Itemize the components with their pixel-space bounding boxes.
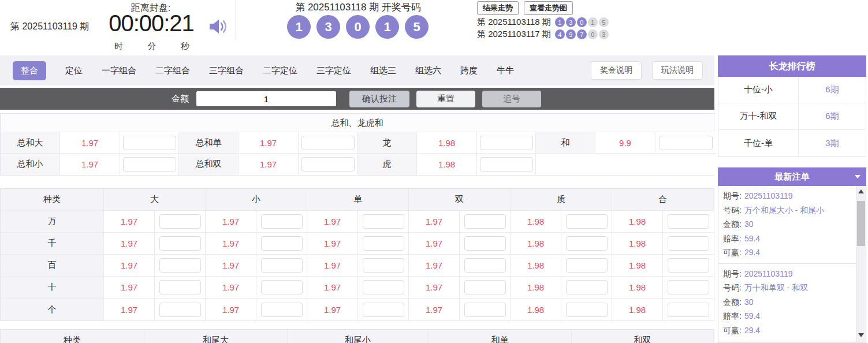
tab-dingwei[interactable]: 定位 (65, 65, 83, 76)
tab-zonghe[interactable]: 整合 (13, 61, 46, 80)
bet-input[interactable] (566, 236, 608, 251)
row-label: 十 (1, 277, 104, 299)
play-rules-button[interactable]: 玩法说明 (652, 61, 703, 80)
tab-sanzi-dingwei[interactable]: 三字定位 (316, 65, 351, 76)
bet-input[interactable] (261, 258, 303, 273)
bet-input-cell (561, 277, 612, 299)
bet-input[interactable] (566, 280, 608, 294)
bet-input[interactable] (668, 303, 709, 317)
odds-value: 1.98 (612, 233, 663, 255)
odds-value: 1.98 (612, 299, 663, 320)
bet-input[interactable] (159, 303, 201, 317)
tab-kuadu[interactable]: 跨度 (460, 65, 478, 76)
bet-input-cell (358, 211, 409, 233)
bet-input[interactable] (566, 303, 608, 317)
bet-input[interactable] (480, 157, 533, 172)
bet-input-cell (256, 233, 307, 255)
bet-input[interactable] (159, 258, 201, 273)
reset-button[interactable]: 重置 (416, 91, 475, 107)
scroll-up-icon[interactable] (858, 189, 864, 193)
bet-input[interactable] (123, 136, 176, 150)
order-odds-value: 59.4 (744, 234, 760, 243)
tab-erzi-dingwei[interactable]: 二字定位 (263, 65, 297, 76)
orders-scrollbar[interactable] (856, 186, 866, 342)
bet-input[interactable] (159, 236, 201, 251)
speaker-icon[interactable] (208, 17, 228, 36)
confirm-bet-button[interactable]: 确认投注 (349, 91, 409, 107)
chase-number-button[interactable]: 追号 (482, 91, 541, 107)
tab-yizi-zuhe[interactable]: 一字组合 (102, 65, 136, 76)
countdown-units: 时 分 秒 (98, 41, 203, 52)
odds-value: 1.97 (206, 211, 256, 233)
tab-zuxuan-3[interactable]: 组选三 (370, 65, 396, 76)
bet-input[interactable] (363, 280, 404, 294)
history-ball: 0 (588, 29, 598, 39)
bonus-info-button[interactable]: 奖金说明 (591, 61, 642, 80)
bet-input[interactable] (566, 214, 608, 229)
tab-zuxuan-6[interactable]: 组选六 (415, 65, 441, 76)
bet-input[interactable] (566, 258, 608, 273)
bet-toolbar: 金额 确认投注 重置 追号 (0, 88, 714, 110)
bet-input[interactable] (301, 157, 355, 172)
streak-label: 十位-小 (718, 77, 799, 103)
scroll-thumb[interactable] (857, 201, 865, 246)
bet-input[interactable] (464, 280, 506, 294)
bet-label: 和 (536, 132, 595, 154)
order-odds-label: 赔率: (723, 311, 742, 320)
bet-input[interactable] (668, 258, 709, 273)
bet-input[interactable] (363, 214, 404, 229)
bet-input-cell (299, 154, 357, 175)
row-label: 万 (1, 211, 104, 233)
amount-input[interactable] (196, 91, 336, 106)
odds-value: 1.97 (409, 233, 460, 255)
trend-results-button[interactable]: 结果走势 (477, 1, 519, 15)
bet-input[interactable] (261, 214, 303, 229)
play-mode-tabs: 整合 定位 一字组合 二字组合 三字组合 二字定位 三字定位 组选三 组选六 跨… (0, 55, 714, 85)
bet-input[interactable] (464, 303, 506, 317)
bet-input[interactable] (159, 214, 201, 229)
scroll-down-icon[interactable] (858, 333, 864, 337)
countdown-timer: 00:00:21 (97, 10, 206, 36)
tab-erzi-zuhe[interactable]: 二字组合 (155, 65, 190, 76)
streak-value: 3期 (799, 130, 866, 156)
bet-input[interactable] (261, 236, 303, 251)
order-win-label: 可赢: (723, 248, 742, 257)
tail-sum-table: 种类 和尾大 和尾小 和单 和双 (0, 329, 714, 343)
streak-row: 千位-单 3期 (718, 130, 866, 156)
streak-panel-body: 十位-小 6期 万十-和双 6期 千位-单 3期 (718, 77, 866, 157)
bet-input[interactable] (464, 236, 506, 251)
column-header: 和尾小 (288, 330, 429, 343)
bet-input[interactable] (660, 136, 713, 150)
bet-input-cell (155, 255, 206, 277)
sum-dragon-section: 总和、龙虎和 总和大 1.97 总和单 1.97 龙 1.98 和 9.9 总和… (0, 113, 714, 176)
trend-chart-button[interactable]: 查看走势图 (524, 1, 573, 15)
bet-input[interactable] (261, 280, 303, 294)
bet-label: 总和小 (1, 154, 60, 175)
bet-input[interactable] (480, 136, 533, 150)
bet-input[interactable] (668, 280, 709, 294)
bet-input[interactable] (464, 214, 506, 229)
order-issue-label: 期号: (723, 269, 742, 278)
bet-input[interactable] (301, 136, 355, 150)
bet-input-cell (256, 211, 307, 233)
bet-input[interactable] (261, 303, 303, 317)
current-issue-label: 第 20251103119 期 (10, 21, 89, 33)
odds-value: 1.98 (612, 255, 663, 277)
column-header: 大 (104, 189, 206, 211)
bet-input[interactable] (668, 214, 709, 229)
tab-sanzi-zuhe[interactable]: 三字组合 (209, 65, 244, 76)
bet-input-cell (561, 233, 612, 255)
bet-input[interactable] (363, 303, 404, 317)
tab-niuniu[interactable]: 牛牛 (497, 65, 514, 76)
bet-input[interactable] (464, 258, 506, 273)
orders-panel-title: 最新注单 (775, 172, 810, 181)
bet-input[interactable] (363, 236, 404, 251)
chevron-down-icon[interactable] (855, 175, 860, 178)
bet-input[interactable] (123, 157, 176, 172)
trend-buttons: 结果走势 查看走势图 (477, 1, 573, 15)
history-ball: 4 (555, 29, 565, 39)
bet-input[interactable] (668, 236, 709, 251)
bet-input[interactable] (159, 280, 201, 294)
bet-input-cell (663, 255, 714, 277)
bet-input[interactable] (363, 258, 404, 273)
